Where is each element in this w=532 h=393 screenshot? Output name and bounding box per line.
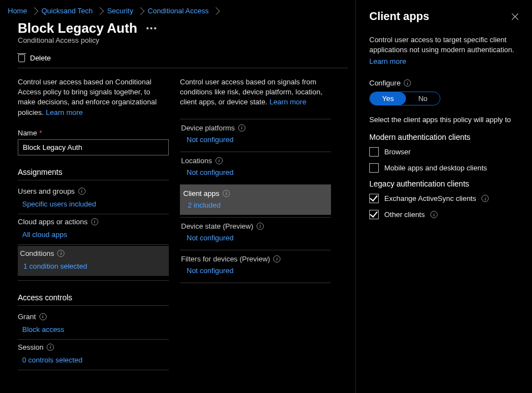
device-state-label: Device state (Preview) (181, 222, 253, 230)
configure-label: Configure (369, 79, 400, 87)
device-platforms-value[interactable]: Not configured (180, 133, 331, 147)
conditions-value[interactable]: 1 condition selected (18, 260, 169, 273)
chevron-right-icon (31, 7, 38, 14)
device-state-item[interactable]: Device state (Preview) Not configured (180, 218, 331, 248)
eas-checkbox-row[interactable]: Exchange ActiveSync clients (369, 194, 519, 203)
more-actions-button[interactable]: ••• (146, 24, 158, 33)
filters-devices-item[interactable]: Filters for devices (Preview) Not config… (180, 250, 331, 280)
cloud-apps-value[interactable]: All cloud apps (18, 228, 169, 241)
users-groups-label: Users and groups (18, 187, 75, 195)
client-apps-item[interactable]: Client apps 2 included (180, 185, 331, 215)
mobile-desktop-label: Mobile apps and desktop clients (384, 164, 487, 172)
session-item[interactable]: Session 0 controls selected (18, 341, 169, 371)
info-icon[interactable] (78, 188, 86, 195)
panel-title: Client apps (369, 10, 519, 23)
info-icon[interactable] (57, 250, 64, 257)
trash-icon (18, 53, 26, 62)
other-clients-checkbox-row[interactable]: Other clients (369, 210, 519, 219)
conditions-item[interactable]: Conditions 1 condition selected (18, 246, 169, 276)
device-state-value[interactable]: Not configured (180, 231, 331, 245)
conditions-label: Conditions (20, 249, 54, 258)
info-icon[interactable] (39, 313, 47, 320)
breadcrumb: Home Quicksand Tech Security Conditional… (0, 6, 355, 18)
checkbox-icon[interactable] (369, 194, 379, 203)
client-apps-panel: Client apps Control user access to targe… (355, 0, 532, 393)
chevron-right-icon (96, 7, 104, 14)
access-controls-header: Access controls (18, 293, 169, 306)
users-groups-item[interactable]: Users and groups Specific users included (18, 185, 169, 215)
chevron-right-icon (212, 7, 220, 14)
checkbox-icon[interactable] (369, 210, 379, 219)
assignments-header: Assignments (18, 168, 169, 180)
info-icon[interactable] (257, 223, 264, 230)
browser-label: Browser (384, 148, 411, 156)
policy-description: Control user access based on Conditional… (18, 77, 169, 118)
other-clients-label: Other clients (384, 210, 425, 219)
conditions-detail-column: Control user access based on signals fro… (180, 77, 331, 371)
page-title: Block Legacy Auth (18, 21, 137, 36)
learn-more-link[interactable]: Learn more (269, 98, 306, 106)
home-crumb[interactable]: Home (8, 7, 27, 15)
delete-button[interactable]: Delete (30, 54, 51, 62)
device-platforms-item[interactable]: Device platforms Not configured (180, 119, 331, 149)
info-icon[interactable] (273, 255, 280, 263)
mobile-desktop-checkbox-row[interactable]: Mobile apps and desktop clients (369, 163, 519, 173)
client-apps-value[interactable]: 2 included (180, 199, 331, 213)
checkbox-icon[interactable] (369, 147, 379, 157)
info-icon[interactable] (404, 79, 411, 87)
info-icon[interactable] (223, 190, 230, 197)
info-icon[interactable] (47, 344, 54, 351)
tenant-crumb[interactable]: Quicksand Tech (42, 7, 93, 15)
info-icon[interactable] (238, 124, 245, 132)
learn-more-link[interactable]: Learn more (369, 57, 406, 66)
grant-label: Grant (18, 313, 36, 321)
cloud-apps-label: Cloud apps or actions (18, 218, 88, 226)
device-platforms-label: Device platforms (181, 124, 235, 132)
learn-more-link[interactable]: Learn more (46, 108, 83, 117)
users-groups-value[interactable]: Specific users included (18, 198, 169, 210)
main-column: Home Quicksand Tech Security Conditional… (0, 0, 355, 393)
policy-name-input[interactable] (18, 139, 169, 155)
page-subtitle: Conditional Access policy (0, 36, 355, 48)
grant-value[interactable]: Block access (18, 323, 169, 336)
browser-checkbox-row[interactable]: Browser (369, 147, 519, 157)
info-icon[interactable] (430, 211, 438, 218)
required-indicator: * (39, 129, 42, 137)
session-label: Session (18, 343, 43, 351)
conditional-access-crumb[interactable]: Conditional Access (148, 7, 209, 15)
filters-devices-label: Filters for devices (Preview) (181, 255, 270, 263)
policy-main-column: Control user access based on Conditional… (18, 77, 169, 371)
legacy-clients-header: Legacy authentication clients (369, 179, 519, 188)
grant-item[interactable]: Grant Block access (18, 310, 169, 341)
cloud-apps-item[interactable]: Cloud apps or actions All cloud apps (18, 215, 169, 246)
modern-clients-header: Modern authentication clients (369, 133, 519, 142)
close-icon[interactable] (511, 12, 520, 21)
toggle-no[interactable]: No (406, 92, 440, 105)
policy-description-text: Control user access based on Conditional… (18, 78, 157, 117)
session-value[interactable]: 0 controls selected (18, 354, 169, 366)
conditions-description: Control user access based on signals fro… (180, 77, 331, 108)
checkbox-icon[interactable] (369, 163, 379, 173)
configure-toggle[interactable]: Yes No (369, 92, 440, 105)
locations-item[interactable]: Locations Not configured (180, 152, 331, 182)
eas-label: Exchange ActiveSync clients (384, 194, 476, 203)
locations-value[interactable]: Not configured (180, 166, 331, 180)
name-label: Name (18, 129, 37, 137)
info-icon[interactable] (215, 157, 223, 164)
locations-label: Locations (181, 157, 212, 165)
select-client-apps-text: Select the client apps this policy will … (369, 115, 519, 124)
toggle-yes[interactable]: Yes (370, 92, 406, 105)
client-apps-label: Client apps (183, 189, 219, 198)
chevron-right-icon (137, 7, 144, 14)
panel-description: Control user access to target specific c… (369, 35, 519, 55)
security-crumb[interactable]: Security (107, 7, 133, 15)
info-icon[interactable] (91, 218, 98, 225)
filters-devices-value[interactable]: Not configured (180, 264, 331, 278)
info-icon[interactable] (481, 195, 489, 202)
